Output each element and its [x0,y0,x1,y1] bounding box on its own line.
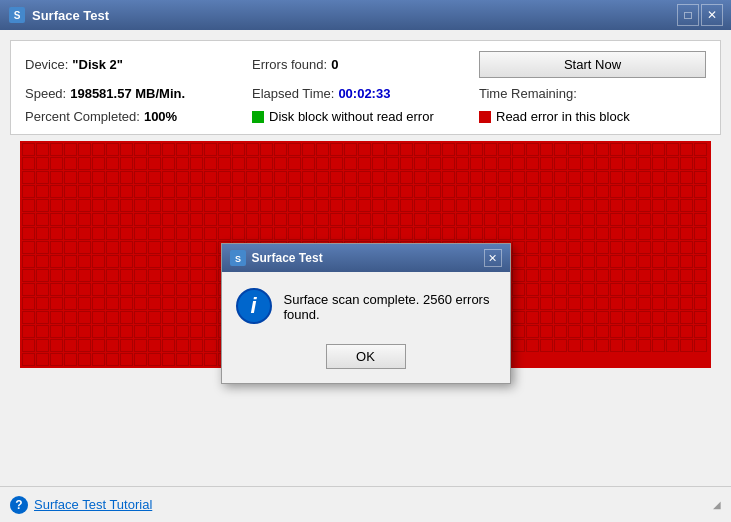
bottom-bar: ? Surface Test Tutorial ◢ [0,486,731,522]
device-cell: Device: "Disk 2" [25,51,252,78]
info-panel: Device: "Disk 2" Errors found: 0 Start N… [10,40,721,135]
errors-cell: Errors found: 0 [252,51,479,78]
elapsed-label: Elapsed Time: [252,86,334,101]
dialog-title: Surface Test [252,251,478,265]
time-remaining-label: Time Remaining: [479,86,577,101]
window-title: Surface Test [32,8,671,23]
start-now-button[interactable]: Start Now [479,51,706,78]
disk-container: S Surface Test ✕ i Surface scan complete… [10,141,721,486]
surface-test-dialog: S Surface Test ✕ i Surface scan complete… [221,243,511,384]
maximize-button[interactable]: □ [677,4,699,26]
info-grid: Device: "Disk 2" Errors found: 0 Start N… [25,51,706,124]
speed-cell: Speed: 198581.57 MB/Min. [25,86,252,101]
dialog-close-button[interactable]: ✕ [484,249,502,267]
resize-grip: ◢ [713,499,721,510]
errors-value: 0 [331,57,338,72]
legend-red-label: Read error in this block [496,109,630,124]
help-link[interactable]: Surface Test Tutorial [34,497,152,512]
time-remaining-cell: Time Remaining: [479,86,706,101]
info-icon: i [236,288,272,324]
close-button[interactable]: ✕ [701,4,723,26]
legend-green-label: Disk block without read error [269,109,434,124]
ok-button[interactable]: OK [326,344,406,369]
app-icon: S [8,6,26,24]
legend-green-icon [252,111,264,123]
elapsed-value: 00:02:33 [338,86,390,101]
title-bar: S Surface Test □ ✕ [0,0,731,30]
window-controls: □ ✕ [677,4,723,26]
dialog-footer: OK [222,340,510,383]
legend-red-icon [479,111,491,123]
elapsed-cell: Elapsed Time: 00:02:33 [252,86,479,101]
dialog-title-bar: S Surface Test ✕ [222,244,510,272]
percent-value: 100% [144,109,177,124]
dialog-overlay: S Surface Test ✕ i Surface scan complete… [10,141,721,486]
dialog-body: i Surface scan complete. 2560 errors fou… [222,272,510,340]
help-icon[interactable]: ? [10,496,28,514]
device-value: "Disk 2" [72,57,123,72]
speed-label: Speed: [25,86,66,101]
svg-text:S: S [14,10,21,21]
device-label: Device: [25,57,68,72]
main-content: Device: "Disk 2" Errors found: 0 Start N… [0,30,731,522]
svg-text:S: S [234,254,240,264]
dialog-app-icon: S [230,250,246,266]
dialog-message: Surface scan complete. 2560 errors found… [284,288,496,322]
start-cell: Start Now [479,51,706,78]
percent-cell: Percent Completed: 100% [25,109,252,124]
speed-value: 198581.57 MB/Min. [70,86,185,101]
legend-red-cell: Read error in this block [479,109,706,124]
percent-label: Percent Completed: [25,109,140,124]
legend-green-cell: Disk block without read error [252,109,479,124]
errors-label: Errors found: [252,57,327,72]
